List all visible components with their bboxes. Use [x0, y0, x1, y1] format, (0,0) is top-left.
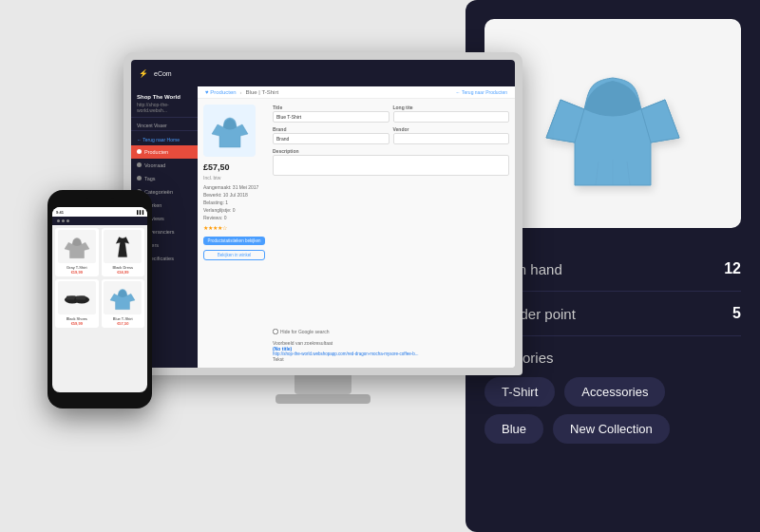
- phone-product-price: €19,99: [71, 270, 83, 275]
- product-verlanglijstje: 0: [233, 207, 236, 213]
- phone-product-card[interactable]: Gray T-Shirt €19,99: [55, 228, 99, 276]
- form-input-long-title[interactable]: [393, 111, 510, 123]
- tag-row-2: Blue New Collection: [484, 414, 741, 444]
- form-label-title: Title: [273, 104, 390, 110]
- tag-blue[interactable]: Blue: [484, 414, 543, 444]
- sidebar-item-voorraad[interactable]: Voorraad: [131, 159, 198, 172]
- form-row-title: Title Blue T-Shirt Long tite: [273, 104, 509, 123]
- bekijk-button[interactable]: Bekijken in winkel: [203, 250, 265, 260]
- product-price: £57,50: [203, 162, 265, 172]
- phone-frame: 9:41 ▐▐▐ Gray T-Shirt: [48, 190, 152, 408]
- phone-product-grid: Gray T-Shirt €19,99 Black Dress €34,99: [52, 225, 147, 331]
- breadcrumb-producten[interactable]: ♥ Producten: [205, 89, 237, 95]
- product-form: Title Blue T-Shirt Long tite: [273, 104, 509, 362]
- form-field-brand: Brand Brand: [273, 126, 390, 144]
- monitor-frame: ⚡ eCom Shop The World http://shop-the-wo…: [124, 52, 522, 375]
- product-price-area: £57,50 Incl. btw Aangemaakt: 31 Mei 2017…: [203, 162, 265, 260]
- form-field-vendor: Vendor: [393, 126, 510, 144]
- phone-nav-dot: [57, 219, 60, 222]
- phone-product-img: [104, 281, 142, 314]
- search-result-text: Tekst: [273, 356, 509, 362]
- monitor-base: [276, 394, 370, 404]
- product-belasting: 1: [225, 200, 228, 205]
- form-row-brand: Brand Brand Vendor: [273, 126, 509, 144]
- breadcrumb: ♥ Producten › Blue | T-Shirt ← Terug naa…: [198, 86, 515, 99]
- phone-product-card[interactable]: Black Shoes €59,99: [55, 279, 99, 328]
- phone-time: 9:41: [56, 210, 64, 215]
- qty-row: Qty on hand 12: [484, 247, 741, 292]
- monitor-container: ⚡ eCom Shop The World http://shop-the-wo…: [124, 52, 522, 404]
- form-label-description: Description: [273, 148, 509, 154]
- form-field-description: Description: [273, 148, 509, 325]
- sidebar-label-tags: Tags: [144, 176, 156, 181]
- phone-product-img: [58, 281, 96, 314]
- app-content: Shop The World http://shop-the-world.web…: [131, 86, 515, 368]
- sidebar-item-producten[interactable]: Producten: [131, 145, 198, 159]
- categories-section: Categories T-Shirt Accessories Blue New …: [484, 336, 741, 451]
- sidebar-dot: [137, 162, 142, 167]
- breadcrumb-back[interactable]: ← Terug naar Producten: [456, 89, 507, 95]
- hide-google-label: Hide for Google search: [280, 329, 329, 334]
- search-result-section: Voorbeeld van zoekresultaat (No title) h…: [273, 340, 509, 362]
- sidebar-label-voorraad: Voorraad: [144, 162, 165, 168]
- tag-new-collection[interactable]: New Collection: [553, 414, 670, 444]
- form-input-brand[interactable]: Brand: [273, 133, 390, 144]
- phone-tshirt-blue: [108, 286, 137, 311]
- phone-product-card[interactable]: Blue T-Shirt €57,50: [102, 279, 145, 328]
- product-price-note: Incl. btw: [203, 175, 265, 180]
- phone-tshirt-gray: [63, 235, 91, 259]
- form-input-vendor[interactable]: [393, 133, 510, 144]
- form-field-title: Title Blue T-Shirt: [273, 104, 390, 123]
- sidebar-shop-url: http://shop-the-world.websh...: [137, 102, 192, 113]
- form-input-title[interactable]: Blue T-Shirt: [273, 111, 390, 123]
- sidebar-back[interactable]: ← Terug naar Home: [131, 134, 198, 145]
- form-field-long-title: Long tite: [393, 104, 510, 123]
- phone-product-img: [104, 230, 142, 263]
- product-reviews: 0: [224, 215, 227, 220]
- statistieken-button[interactable]: Productstatistieken bekijken: [203, 237, 265, 245]
- product-aangemaakt: 31 Mei 2017: [233, 184, 259, 190]
- phone-product-price: €59,99: [71, 321, 83, 326]
- product-thumbnail: [203, 104, 256, 157]
- app-bar: ⚡ eCom: [131, 60, 515, 86]
- phone-shoes: [63, 286, 91, 311]
- phone-product-img: [58, 230, 96, 263]
- product-meta: Aangemaakt: 31 Mei 2017 Bewerkt: 10 Jul …: [203, 183, 265, 221]
- form-label-long-title: Long tite: [393, 104, 510, 110]
- sidebar-item-tags[interactable]: Tags: [131, 172, 198, 185]
- sidebar-label-producten: Producten: [144, 149, 168, 155]
- phone-nav: [52, 217, 147, 225]
- main-content: ♥ Producten › Blue | T-Shirt ← Terug naa…: [198, 86, 515, 368]
- tag-row-1: T-Shirt Accessories: [484, 377, 741, 407]
- hide-google-row: Hide for Google search: [273, 329, 509, 334]
- product-bewerkt: 10 Jul 2018: [223, 192, 248, 198]
- tag-accessories[interactable]: Accessories: [564, 377, 665, 407]
- hide-google-checkbox[interactable]: [273, 329, 278, 334]
- phone-dress: [108, 235, 137, 259]
- app-logo-icon: ⚡: [139, 69, 148, 78]
- phone-product-price: €57,50: [117, 321, 128, 326]
- phone-screen: 9:41 ▐▐▐ Gray T-Shirt: [52, 207, 147, 392]
- form-label-vendor: Vendor: [393, 126, 510, 132]
- form-textarea-description[interactable]: [273, 155, 509, 176]
- phone-nav-dot: [66, 219, 69, 222]
- sidebar-dot: [137, 149, 142, 154]
- qty-value: 12: [724, 260, 741, 277]
- breadcrumb-current: Blue | T-Shirt: [246, 89, 278, 95]
- phone-signal-icon: ▐▐▐: [135, 210, 143, 215]
- product-detail: £57,50 Incl. btw Aangemaakt: 31 Mei 2017…: [198, 99, 515, 368]
- product-left-col: £57,50 Incl. btw Aangemaakt: 31 Mei 2017…: [203, 104, 265, 362]
- sidebar-shop-name: Shop The World: [137, 94, 192, 102]
- svg-rect-6: [76, 295, 86, 299]
- phone-product-price: €34,99: [117, 270, 128, 275]
- form-label-brand: Brand: [273, 126, 390, 132]
- phone-product-card[interactable]: Black Dress €34,99: [102, 228, 145, 276]
- phone-area: 9:41 ▐▐▐ Gray T-Shirt: [48, 190, 152, 408]
- sidebar-shop: Shop The World http://shop-the-world.web…: [131, 90, 198, 118]
- product-image-area: [484, 19, 741, 228]
- product-tshirt-image: [527, 48, 698, 200]
- phone-notch: [86, 198, 114, 203]
- phone-nav-dot: [62, 219, 65, 222]
- reorder-value: 5: [732, 305, 741, 322]
- categories-title: Categories: [484, 350, 741, 366]
